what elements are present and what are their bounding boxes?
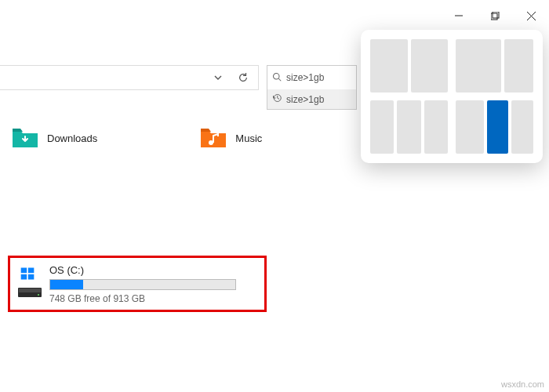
close-button[interactable] [513,0,549,31]
windows-logo-icon [18,266,42,285]
drive-capacity-bar [49,279,236,290]
music-folder-icon [199,125,227,151]
address-bar[interactable] [0,65,259,90]
drive-item[interactable]: OS (C:) 748 GB free of 913 GB [8,256,267,312]
svg-line-6 [278,78,281,81]
watermark: wsxdn.com [501,379,544,389]
maximize-button[interactable] [477,0,513,31]
svg-rect-11 [21,274,27,280]
svg-rect-9 [21,268,27,274]
refresh-icon[interactable] [233,67,253,88]
folder-music[interactable]: Music [199,125,262,151]
snap-layouts-flyout [361,30,543,163]
snap-layout-2[interactable] [456,39,533,93]
minimize-button[interactable] [441,0,477,31]
snap-layout-4[interactable] [456,100,533,154]
drive-icon-stack [18,266,42,302]
svg-rect-12 [28,274,35,280]
folder-label: Music [235,132,262,144]
folder-label: Downloads [47,132,97,144]
history-icon [272,93,282,105]
svg-rect-2 [493,12,499,18]
snap-layout-1[interactable] [370,39,448,93]
folder-row: Downloads Music [11,125,262,151]
hard-drive-icon [18,286,42,302]
svg-rect-1 [491,13,497,20]
svg-point-15 [38,294,39,296]
search-suggestion[interactable]: size>1gb [267,89,357,110]
folder-downloads[interactable]: Downloads [11,125,97,151]
svg-rect-10 [28,268,35,274]
drive-info: OS (C:) 748 GB free of 913 GB [49,264,256,304]
search-input[interactable]: size>1gb [267,65,357,90]
search-query: size>1gb [286,72,324,83]
downloads-folder-icon [11,125,39,151]
window-controls [441,0,549,31]
drive-free-text: 748 GB free of 913 GB [49,293,256,304]
svg-point-5 [274,73,280,79]
snap-layout-3[interactable] [370,100,448,154]
chevron-down-icon[interactable] [208,67,228,88]
svg-rect-14 [19,289,41,292]
search-icon [272,72,282,84]
drive-capacity-fill [50,280,83,289]
drive-name: OS (C:) [49,264,256,276]
suggestion-text: size>1gb [286,94,324,105]
